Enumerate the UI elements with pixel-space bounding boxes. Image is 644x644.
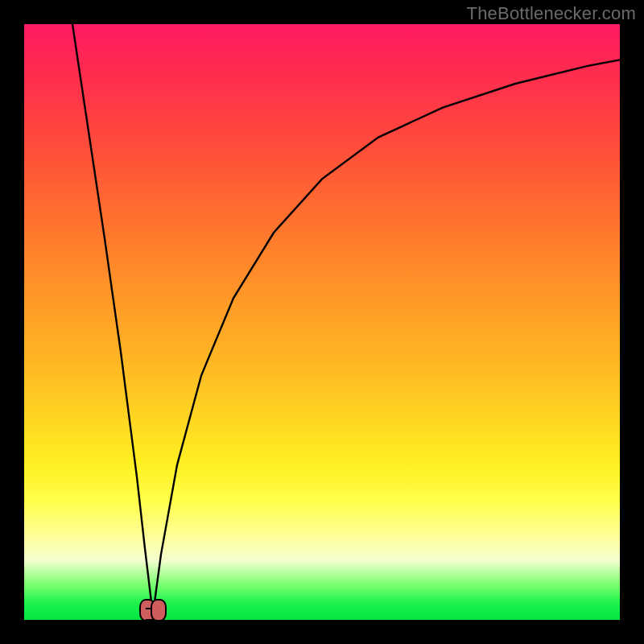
marker-lobe-right — [151, 599, 167, 620]
plot-area — [24, 24, 620, 620]
optimal-marker — [138, 599, 168, 620]
bottleneck-curve — [24, 24, 620, 620]
curve-path — [72, 24, 620, 620]
outer-frame: TheBottlenecker.com — [0, 0, 644, 644]
watermark-text: TheBottlenecker.com — [467, 3, 636, 24]
